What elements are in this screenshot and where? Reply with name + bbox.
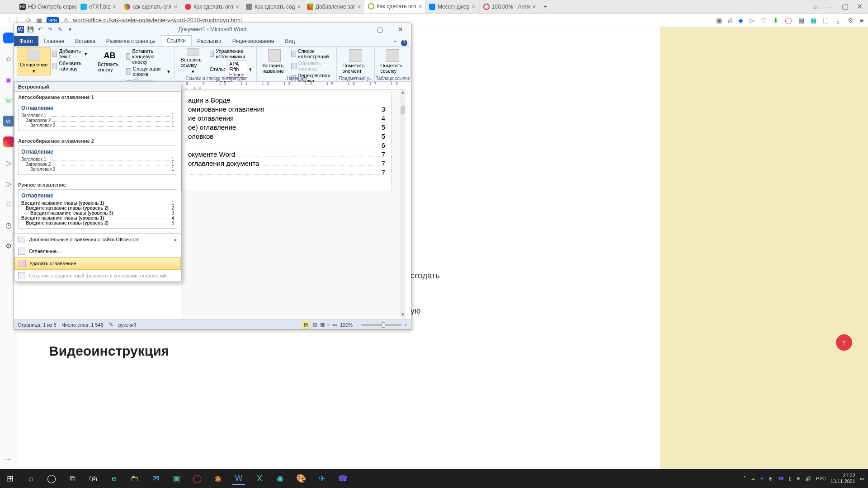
insert-citation-button[interactable]: Вставить ссылку▾ — [178, 47, 208, 75]
easysetup-icon[interactable]: ⚙ — [848, 17, 854, 24]
scroll-down-icon[interactable]: ▼ — [400, 312, 406, 319]
word-page[interactable]: ации в Ворде омирование оглавления3 ие о… — [181, 92, 392, 191]
tray-defender-icon[interactable]: ⛨ — [769, 476, 774, 481]
tab-mailings[interactable]: Рассылки — [192, 36, 227, 46]
tab-messenger[interactable]: Мессенджер× — [425, 0, 480, 13]
tab-references[interactable]: Ссылки — [161, 35, 192, 46]
scroll-top-button[interactable]: ↑ — [836, 334, 852, 351]
instagram-icon[interactable] — [3, 136, 14, 147]
word-taskbar-icon[interactable]: W — [232, 472, 245, 485]
cortana-icon[interactable]: ◯ — [45, 472, 58, 485]
help-icon[interactable]: ? — [401, 40, 407, 46]
messenger-fb-icon[interactable]: ◉ — [3, 74, 14, 85]
undo-icon[interactable]: ↶ — [37, 26, 44, 33]
add-text-button[interactable]: Добавить текст ▾ — [52, 48, 87, 59]
insert-endnote-button[interactable]: Вставить концевую сноску — [126, 48, 170, 65]
insert-footnote-button[interactable]: AB Вставить сноску — [95, 47, 124, 75]
word-maximize-icon[interactable]: ▢ — [372, 26, 387, 33]
viber-icon[interactable]: ☎ — [336, 472, 349, 485]
maximize-icon[interactable]: ▢ — [842, 2, 849, 11]
heart-icon[interactable]: ♡ — [761, 17, 767, 24]
view-print-icon[interactable]: ▤ — [302, 321, 310, 328]
start-button[interactable]: ⊞ — [4, 472, 16, 485]
scroll-thumb[interactable] — [401, 106, 405, 114]
zoom-level[interactable]: 100% — [340, 322, 353, 328]
gallery-preview[interactable]: Оглавление Заголовок 11 Заголовок 21 Заг… — [18, 102, 177, 131]
mark-entry-button[interactable]: Пометить элемент — [340, 47, 372, 75]
excel-icon[interactable]: X — [253, 472, 266, 485]
tab-active[interactable]: Как сделать огл× — [364, 0, 425, 13]
opera-taskbar-icon[interactable]: ◯ — [191, 472, 203, 485]
store-icon[interactable]: 🛍 — [87, 472, 99, 485]
manage-sources-button[interactable]: Управление источниками — [210, 48, 252, 59]
tab-anti[interactable]: 100.00% - Анти× — [480, 0, 540, 13]
tab-etxt[interactable]: eTXT.biz× — [77, 0, 120, 13]
bulb-icon[interactable]: ⚙ — [3, 240, 14, 251]
home-icon[interactable]: ⌂ — [3, 33, 14, 43]
collapse-ribbon-icon[interactable]: ⌃ — [393, 40, 397, 46]
tray-wifi-icon[interactable]: ⚟ — [796, 476, 801, 482]
ext2-icon[interactable]: ▤ — [798, 17, 804, 24]
firefox-icon[interactable]: ◉ — [212, 472, 224, 485]
tab-view[interactable]: Вид — [279, 36, 300, 46]
ext3-icon[interactable]: ▦ — [811, 17, 816, 24]
close-icon[interactable]: × — [113, 3, 116, 10]
screenshot-icon[interactable]: ⎙ — [728, 17, 732, 24]
more-toc-office-button[interactable]: Дополнительные оглавления с сайта Office… — [14, 234, 181, 245]
update-tof-button[interactable]: Обновить таблицу — [291, 61, 332, 71]
style-dropdown[interactable]: Стиль: APA Fifth Edition ▾ — [210, 61, 252, 78]
menu-icon[interactable]: ≡ — [860, 17, 863, 24]
tray-lang[interactable]: РУС — [816, 476, 826, 481]
toc-button[interactable]: Оглавление ▾ — [17, 47, 51, 75]
insert-caption-button[interactable]: Вставить название — [259, 47, 289, 75]
table-of-figures-button[interactable]: Список иллюстраций — [291, 48, 332, 59]
explorer-icon[interactable]: 🗀 — [128, 472, 141, 485]
tray-battery-icon[interactable]: ▯ — [789, 476, 792, 482]
tab-review[interactable]: Рецензирование — [227, 36, 280, 46]
gallery-item-title[interactable]: Автособираемое оглавление 2 — [14, 136, 181, 145]
word-close-icon[interactable]: ✕ — [393, 26, 408, 33]
language-button[interactable]: русский — [118, 322, 136, 328]
back-icon[interactable]: 〈 — [5, 16, 11, 24]
save-icon[interactable]: 💾 — [27, 26, 34, 33]
tray-icon[interactable]: ☁ — [750, 476, 755, 482]
word-app-icon[interactable]: W — [17, 26, 24, 33]
heart2-icon[interactable]: ♡ — [3, 199, 14, 210]
bookmark-icon[interactable]: ☆ — [3, 53, 14, 64]
view-draft-icon[interactable]: ▭ — [333, 322, 337, 328]
play-icon[interactable]: ▷ — [3, 157, 14, 168]
zoom-in-button[interactable]: + — [405, 322, 407, 328]
vk-icon[interactable]: vk — [3, 116, 14, 127]
close-icon[interactable]: × — [236, 3, 239, 10]
gallery-preview[interactable]: Оглавление Введите название главы (урове… — [18, 189, 177, 229]
gallery-preview[interactable]: Оглавление Заголовок 11 Заголовок 21 Заг… — [18, 145, 177, 175]
close-icon[interactable]: × — [472, 3, 475, 10]
download-icon[interactable]: ⬇ — [773, 17, 778, 24]
zoom-out-button[interactable]: − — [355, 322, 358, 328]
send-icon[interactable]: ▷ — [750, 17, 755, 24]
page-count[interactable]: Страница: 1 из 8 — [18, 322, 57, 328]
custom-toc-button[interactable]: Оглавление... — [14, 245, 181, 257]
app1-icon[interactable]: ▣ — [170, 472, 183, 485]
tray-chevron-icon[interactable]: ˄ — [743, 476, 746, 482]
edge-icon[interactable]: ◉ — [274, 472, 287, 485]
tab-insert[interactable]: Вставка — [70, 36, 101, 46]
minimize-icon[interactable]: — — [826, 3, 834, 11]
gallery-item-title[interactable]: Автособираемое оглавление 1 — [14, 92, 181, 101]
tab-5[interactable]: Как сделать сод× — [242, 0, 303, 13]
word-scrollbar[interactable]: ▲ ▼ — [400, 90, 406, 319]
close-icon[interactable]: × — [532, 3, 536, 10]
history-icon[interactable]: ◷ — [3, 220, 14, 230]
remove-toc-button[interactable]: Удалить оглавление — [14, 257, 181, 270]
view-web-icon[interactable]: ▦ — [320, 322, 325, 328]
tab-layout[interactable]: Разметка страницы — [101, 36, 161, 46]
tab-hd[interactable]: HDHD Смотреть сериа× — [16, 0, 77, 13]
shield-icon[interactable]: ◆ — [738, 17, 743, 24]
close-window-icon[interactable]: ✕ — [857, 2, 863, 11]
ie-icon[interactable]: e — [108, 472, 120, 485]
scroll-up-icon[interactable]: ▲ — [400, 90, 406, 96]
opera-icon[interactable]: ◯ — [785, 17, 792, 24]
word-minimize-icon[interactable]: — — [351, 26, 367, 33]
word-count[interactable]: Число слов: 1 546 — [62, 322, 104, 328]
notifications-icon[interactable]: ▭ — [860, 476, 864, 482]
